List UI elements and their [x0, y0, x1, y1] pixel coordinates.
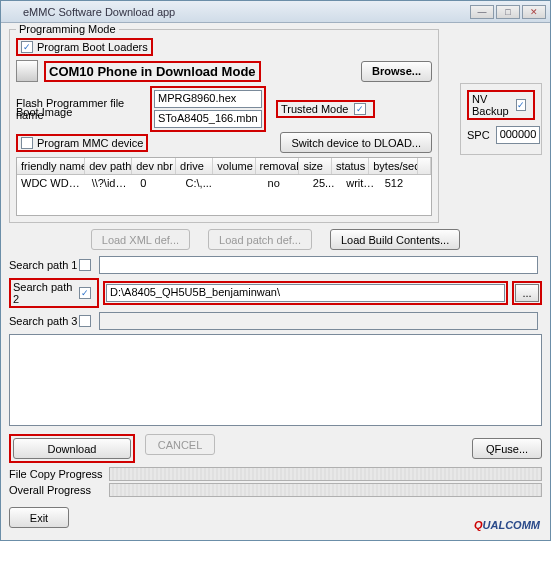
search-path-3-label: Search path 3 — [9, 315, 79, 327]
programming-mode-group: Programming Mode Program Boot Loaders CO… — [9, 29, 439, 223]
search-path-3-checkbox[interactable] — [79, 315, 91, 327]
th-status[interactable]: status — [332, 158, 369, 174]
programming-mode-legend: Programming Mode — [16, 23, 119, 35]
exit-button[interactable]: Exit — [9, 507, 69, 528]
file-copy-label: File Copy Progress — [9, 468, 109, 480]
trusted-mode-checkbox[interactable] — [354, 103, 366, 115]
load-build-button[interactable]: Load Build Contents... — [330, 229, 460, 250]
qualcomm-logo: QUALCOMM — [474, 517, 540, 532]
overall-progress — [109, 483, 542, 497]
th-friendly-name[interactable]: friendly name — [17, 158, 85, 174]
cancel-button[interactable]: CANCEL — [145, 434, 215, 455]
app-icon — [5, 5, 19, 19]
th-size[interactable]: size — [299, 158, 331, 174]
titlebar: eMMC Software Download app — □ ✕ — [1, 1, 550, 23]
boot-image-input[interactable]: SToA8405_166.mbn — [154, 110, 262, 128]
qfuse-button[interactable]: QFuse... — [472, 438, 542, 459]
maximize-button[interactable]: □ — [496, 5, 520, 19]
file-copy-progress — [109, 467, 542, 481]
nv-backup-label: NV Backup — [472, 93, 516, 117]
search-path-2-checkbox[interactable] — [79, 287, 91, 299]
phone-status: COM10 Phone in Download Mode — [49, 64, 256, 79]
search-path-1-checkbox[interactable] — [79, 259, 91, 271]
overall-label: Overall Progress — [9, 484, 109, 496]
spc-input[interactable]: 000000 — [496, 126, 540, 144]
load-xml-button[interactable]: Load XML def... — [91, 229, 190, 250]
th-drive[interactable]: drive — [176, 158, 213, 174]
search-path-1-label: Search path 1 — [9, 259, 79, 271]
th-last[interactable] — [418, 158, 431, 174]
search-path-2-input[interactable]: D:\A8405_QH5U5B_benjaminwan\ — [106, 284, 505, 302]
th-dev-nbr[interactable]: dev nbr — [132, 158, 176, 174]
download-button[interactable]: Download — [13, 438, 131, 459]
flash-file-input[interactable]: MPRG8960.hex — [154, 90, 262, 108]
th-removal[interactable]: removal — [256, 158, 300, 174]
spc-label: SPC — [467, 129, 490, 141]
th-volume[interactable]: volume — [213, 158, 255, 174]
log-output[interactable] — [9, 334, 542, 426]
mmc-label: Program MMC device — [37, 137, 143, 149]
trusted-mode-label: Trusted Mode — [281, 103, 348, 115]
search-path-2-browse[interactable]: ... — [515, 284, 539, 302]
browse-button[interactable]: Browse... — [361, 61, 432, 82]
nv-backup-group: NV Backup SPC 000000 — [460, 83, 542, 155]
search-path-1-input[interactable] — [99, 256, 538, 274]
boot-image-label: Boot Image — [16, 106, 144, 118]
search-path-2-label: Search path 2 — [13, 281, 79, 305]
minimize-button[interactable]: — — [470, 5, 494, 19]
switch-dload-button[interactable]: Switch device to DLOAD... — [280, 132, 432, 153]
nv-backup-checkbox[interactable] — [516, 99, 526, 111]
th-bytes-sect[interactable]: bytes/sect — [369, 158, 418, 174]
search-path-3-input[interactable] — [99, 312, 538, 330]
boot-loaders-checkbox[interactable] — [21, 41, 33, 53]
boot-loaders-label: Program Boot Loaders — [37, 41, 148, 53]
load-patch-button[interactable]: Load patch def... — [208, 229, 312, 250]
table-row[interactable]: WDC WD2500B... \\?\ide#... 0 C:\,... no … — [17, 175, 431, 191]
phone-icon — [16, 60, 38, 82]
close-button[interactable]: ✕ — [522, 5, 546, 19]
th-dev-path[interactable]: dev path — [85, 158, 132, 174]
device-table: friendly name dev path dev nbr drive vol… — [16, 157, 432, 216]
mmc-checkbox[interactable] — [21, 137, 33, 149]
window-title: eMMC Software Download app — [23, 6, 468, 18]
